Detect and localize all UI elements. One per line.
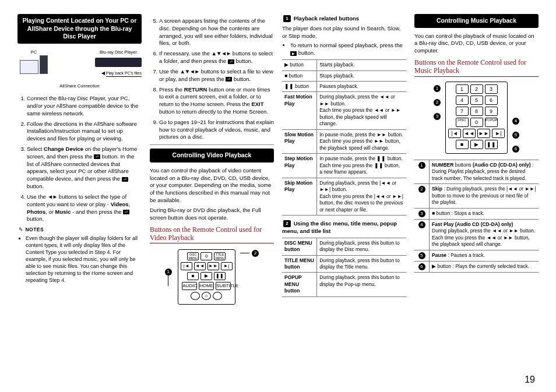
step-9: Go to pages 19~21 for instructions that … xyxy=(159,119,274,141)
step-1: Connect the Blu-ray Disc Player, your PC… xyxy=(27,95,142,117)
callout-2: 2 xyxy=(252,250,259,257)
numpad-diagram: 123 456 789 DISC0POPUP |◄◄◄►►►| ■▶❚❚ xyxy=(445,82,508,154)
table-row: ❚❚ buttonPauses playback. xyxy=(282,82,406,92)
col2-steps: A screen appears listing the contents of… xyxy=(150,17,274,141)
col1-steps: Connect the Blu-ray Disc Player, your PC… xyxy=(17,95,142,223)
callout-1: 1 xyxy=(434,85,441,92)
udlr-arrows: ▲▼◄► xyxy=(180,69,199,75)
left-callouts: 1 2 3 xyxy=(432,82,442,120)
music-intro: You can control the playback of music lo… xyxy=(414,33,539,55)
table-row: 1 NUMBER buttons (Audio CD (CD-DA) only)… xyxy=(414,160,539,183)
key-pause: ❚❚ xyxy=(485,140,498,149)
step-6: If necessary, use the ▲▼◄► buttons to se… xyxy=(159,50,274,65)
allshare-figure: PC Blu-ray Disc Player ◀ Play back PC's … xyxy=(17,50,142,89)
key-skip-fwd: ►| xyxy=(221,262,233,270)
step-2: Follow the directions in the AllShare so… xyxy=(27,121,142,143)
menu-buttons-table: DISC MENU buttonDuring playback, press t… xyxy=(282,238,406,297)
column-1: Playing Content Located on Your PC or Al… xyxy=(17,14,142,386)
key-title-menu: TITLE MENU xyxy=(214,252,226,260)
circle-key xyxy=(191,292,200,300)
sec1-intro: The player does not play sound in Search… xyxy=(282,25,406,40)
notes-heading: ✎ NOTES xyxy=(19,227,142,233)
table-row: DISC MENU buttonDuring playback, press t… xyxy=(282,238,406,255)
callout-4: 4 xyxy=(512,118,519,125)
column-2: A screen appears listing the contents of… xyxy=(150,14,274,386)
video-remote-figure: 1 DISC MENU 0 TITLE MENU |◄ ◄◄ ►► xyxy=(150,249,274,305)
music-remote-figure: 1 2 3 123 456 789 DISC0POPUP |◄◄◄►►►| ■▶… xyxy=(414,82,539,154)
figure-arrow-label: Play back PC's files xyxy=(106,70,142,77)
key-5: 5 xyxy=(470,96,483,105)
left-right-arrows: ◄► xyxy=(47,194,57,200)
notes-list: Even though the player will display fold… xyxy=(26,235,142,284)
key-1: 1 xyxy=(456,84,469,94)
section-2-number: 2 xyxy=(283,220,291,227)
column-3: 1 Playback related buttons The player do… xyxy=(282,14,406,386)
table-row: 2 Skip : During playback, press the |◄◄ … xyxy=(414,184,539,208)
key-popup: POPUP xyxy=(485,118,498,127)
key-pause: ❚❚ xyxy=(214,272,226,280)
callout-3: 3 xyxy=(434,113,441,120)
section-2-title: 2 Using the disc menu, title menu, popup… xyxy=(282,220,406,235)
video-subhead: Buttons on the Remote Control used for V… xyxy=(150,225,274,244)
key-rewind: ◄◄ xyxy=(463,129,476,138)
section-1-number: 1 xyxy=(283,15,291,22)
sec1-bullet-1: To return to normal speed playback, pres… xyxy=(290,42,406,57)
callout-6: 6 xyxy=(512,146,519,153)
key-4: 4 xyxy=(456,96,469,105)
step-3: Select Change Device on the player's Hom… xyxy=(27,146,142,190)
key-7: 7 xyxy=(456,107,469,116)
table-row: 6 ▶ button : Plays the currently selecte… xyxy=(414,261,539,272)
section-heading-allshare: Playing Content Located on Your PC or Al… xyxy=(17,14,142,44)
key-audio: AUDIO xyxy=(182,282,197,290)
column-4: Controlling Music Playback You can contr… xyxy=(414,14,539,386)
music-buttons-table: 1 NUMBER buttons (Audio CD (CD-DA) only)… xyxy=(414,160,539,273)
table-row: POPUP MENU buttonDuring playback, press … xyxy=(282,273,406,296)
key-skip-back: |◄ xyxy=(181,262,192,270)
key-0: 0 xyxy=(200,252,212,260)
key-skip-fwd: ►| xyxy=(492,129,505,138)
callout-2: 2 xyxy=(434,99,441,106)
key-3: 3 xyxy=(485,84,498,94)
enter-icon: ⏎ xyxy=(228,59,234,64)
table-row: Slow Motion PlayIn pause mode, press the… xyxy=(282,129,406,153)
circle-key xyxy=(213,292,222,300)
key-disc-menu: DISC MENU xyxy=(187,252,199,260)
table-row: TITLE MENU buttonDuring playback, press … xyxy=(282,255,406,273)
sec1-bullets: To return to normal speed playback, pres… xyxy=(282,42,406,57)
video-intro-2: During Blu-ray or DVD disc playback, the… xyxy=(150,207,274,222)
section-heading-music: Controlling Music Playback xyxy=(414,14,539,28)
key-skip-back: |◄ xyxy=(448,129,461,138)
figure-label-bdp: Blu-ray Disc Player xyxy=(95,50,142,55)
key-rewind: ◄◄ xyxy=(194,262,206,270)
right-callouts: 4 5 6 xyxy=(511,82,520,153)
table-row: Skip Motion PlayDuring playback, press t… xyxy=(282,178,406,215)
key-0: 0 xyxy=(470,118,483,127)
key-8: 8 xyxy=(470,107,483,116)
callout-5: 5 xyxy=(512,132,519,139)
udlr-arrows: ▲▼◄► xyxy=(212,51,231,56)
key-forward: ►► xyxy=(207,262,219,270)
music-subhead: Buttons on the Remote Control used for M… xyxy=(414,58,539,77)
key-disc-menu: DISC xyxy=(456,118,469,127)
key-play: ▶ xyxy=(200,272,212,280)
key-6: 6 xyxy=(485,96,498,105)
key-play: ▶ xyxy=(470,140,483,149)
enter-icon: ⏎ xyxy=(94,154,100,159)
key-2: 2 xyxy=(470,84,483,94)
key-forward: ►► xyxy=(477,129,490,138)
home-icon: ⌂ xyxy=(202,292,211,300)
pc-icon xyxy=(17,55,50,80)
video-intro-1: You can control the playback of video co… xyxy=(150,167,274,204)
enter-icon: ⏎ xyxy=(226,77,232,82)
step-8: Press the RETURN button one or more time… xyxy=(159,86,274,116)
note-icon: ✎ xyxy=(19,227,24,232)
table-row: Step Motion PlayIn pause mode, press the… xyxy=(282,154,406,178)
play-icon: ▶ xyxy=(290,51,297,56)
table-row: Fast Motion PlayDuring playback, press t… xyxy=(282,92,406,129)
playback-buttons-table: ▶ buttonStarts playback. ■ buttonStops p… xyxy=(282,59,406,216)
divider xyxy=(150,144,274,145)
key-9: 9 xyxy=(485,107,498,116)
step-7: Use the ▲▼◄► buttons to select a file to… xyxy=(159,68,274,83)
remote-diagram: DISC MENU 0 TITLE MENU |◄ ◄◄ ►► ►| ■ xyxy=(178,249,235,305)
key-stop: ■ xyxy=(187,272,199,280)
